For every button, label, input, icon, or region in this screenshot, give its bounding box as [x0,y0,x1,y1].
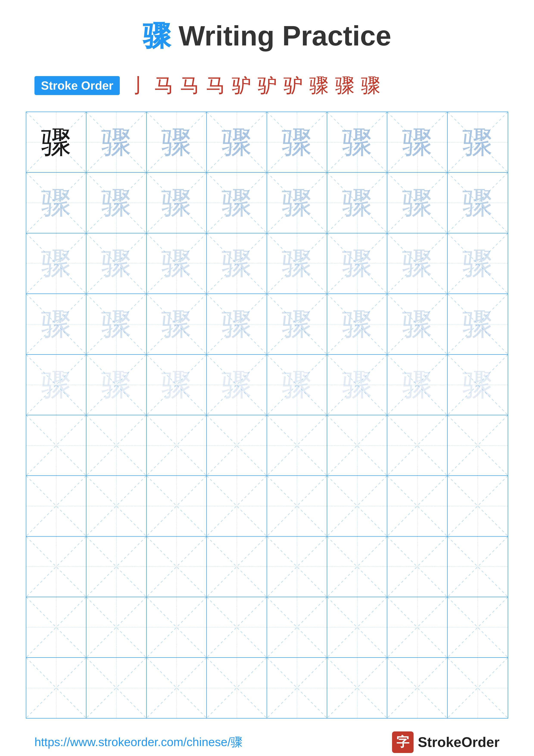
grid-cell[interactable] [387,658,447,718]
grid-cell[interactable] [327,658,387,718]
grid-cell[interactable] [87,537,146,597]
svg-line-153 [267,658,327,718]
grid-cell: 骤 [147,294,207,354]
grid-cell[interactable] [387,537,447,597]
svg-line-98 [87,476,146,536]
grid-cell: 骤 [327,294,387,354]
grid-cell[interactable] [207,597,267,657]
grid-cell[interactable] [387,597,447,657]
grid-cell[interactable] [26,415,87,475]
grid-cell[interactable] [87,658,146,718]
grid-cell[interactable] [447,658,508,718]
svg-line-88 [267,415,327,475]
grid-cell[interactable] [26,476,87,536]
grid-cell: 骤 [87,173,146,233]
grid-cell[interactable] [387,415,447,475]
grid-cell[interactable] [87,476,146,536]
grid-cell: 骤 [387,294,447,354]
svg-line-87 [207,415,267,475]
grid-cell[interactable] [147,415,207,475]
grid-cell: 骤 [447,233,508,293]
grid-cell[interactable] [447,597,508,657]
grid-cell[interactable] [147,658,207,718]
grid-cell: 骤 [147,355,207,415]
footer: https://www.strokeorder.com/chinese/骤 字 … [26,731,508,753]
grid-cell[interactable] [267,415,327,475]
grid-cell[interactable] [207,476,267,536]
svg-line-106 [327,476,387,536]
svg-line-89 [267,415,327,475]
grid-cell[interactable] [267,597,327,657]
svg-line-133 [147,597,206,657]
grid-cell[interactable] [387,476,447,536]
svg-line-151 [207,658,267,718]
grid-cell: 骤 [147,173,207,233]
svg-line-154 [327,658,387,718]
grid-row: 骤 骤 骤 骤 骤 骤 骤 [26,112,508,173]
stroke-order-chars: 亅 马 马 马 驴 驴 驴 骤 骤 骤 [128,72,380,99]
grid-cell: 骤 [327,112,387,172]
svg-line-157 [387,658,447,718]
grid-row [26,658,508,718]
grid-cell[interactable] [447,415,508,475]
grid-cell[interactable] [327,597,387,657]
grid-cell[interactable] [327,415,387,475]
grid-cell: 骤 [387,173,447,233]
grid-cell[interactable] [147,537,207,597]
svg-line-158 [447,658,508,718]
grid-cell[interactable] [87,415,146,475]
grid-row [26,476,508,536]
grid-cell[interactable] [327,537,387,597]
grid-cell: 骤 [447,112,508,172]
svg-line-132 [147,597,206,657]
svg-line-116 [147,537,206,597]
grid-cell: 骤 [207,233,267,293]
svg-line-80 [26,415,86,475]
grid-row: 骤 骤 骤 骤 骤 骤 骤 [26,355,508,415]
grid-row [26,597,508,658]
svg-line-105 [267,476,327,536]
grid-cell[interactable] [147,597,207,657]
svg-line-99 [87,476,146,536]
svg-line-127 [447,537,508,597]
grid-cell[interactable] [447,476,508,536]
grid-cell[interactable] [207,415,267,475]
title-suffix: Writing Practice [171,20,391,51]
svg-line-109 [387,476,447,536]
svg-line-123 [327,537,387,597]
svg-line-147 [87,658,146,718]
svg-line-110 [447,476,508,536]
grid-cell[interactable] [26,658,87,718]
grid-cell: 骤 [26,173,87,233]
svg-line-134 [207,597,267,657]
svg-line-103 [207,476,267,536]
grid-cell[interactable] [26,597,87,657]
svg-line-82 [87,415,146,475]
grid-cell: 骤 [207,355,267,415]
grid-cell[interactable] [147,476,207,536]
grid-cell[interactable] [207,537,267,597]
footer-url[interactable]: https://www.strokeorder.com/chinese/骤 [35,734,242,750]
grid-row: 骤 骤 骤 骤 骤 骤 骤 [26,294,508,355]
svg-line-125 [387,537,447,597]
grid-row [26,415,508,476]
svg-line-119 [207,537,267,597]
grid-cell[interactable] [267,537,327,597]
grid-cell: 骤 [87,112,146,172]
grid-cell[interactable] [267,658,327,718]
svg-line-156 [387,658,447,718]
svg-line-130 [87,597,146,657]
grid-cell[interactable] [327,476,387,536]
svg-line-146 [87,658,146,718]
grid-cell: 骤 [267,294,327,354]
grid-cell[interactable] [87,597,146,657]
svg-line-140 [387,597,447,657]
svg-line-100 [147,476,206,536]
grid-cell[interactable] [207,658,267,718]
grid-cell[interactable] [267,476,327,536]
svg-line-101 [147,476,206,536]
page: 骤 Writing Practice Stroke Order 亅 马 马 马 … [0,0,534,756]
grid-cell[interactable] [447,537,508,597]
grid-cell[interactable] [26,537,87,597]
svg-line-131 [87,597,146,657]
